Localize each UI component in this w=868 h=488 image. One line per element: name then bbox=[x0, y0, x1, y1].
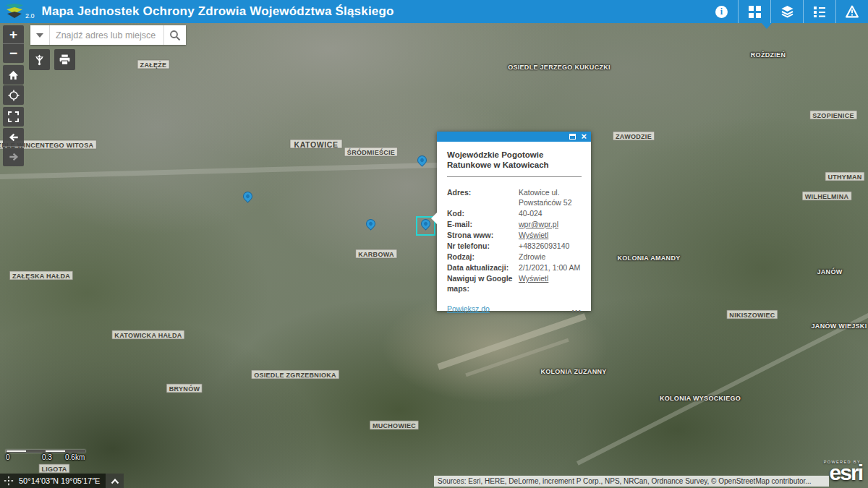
chevron-up-icon bbox=[111, 478, 119, 484]
map-label: JANÓW WIEJSKI bbox=[809, 321, 868, 330]
scalebar: 0 0.3 0.6km bbox=[6, 450, 87, 461]
field-value: 2/1/2021, 1:00 AM bbox=[519, 262, 582, 273]
field-value[interactable]: Wyświetl bbox=[519, 230, 582, 240]
popup-arrow bbox=[431, 213, 437, 224]
home-button[interactable] bbox=[3, 65, 24, 85]
popup-field-row: Rodzaj:Zdrowie bbox=[447, 252, 582, 262]
print-button[interactable] bbox=[54, 49, 75, 70]
map-texture bbox=[576, 291, 868, 465]
legend-button[interactable] bbox=[803, 0, 835, 23]
locate-icon bbox=[8, 90, 20, 101]
scalebar-labels: 0 0.3 0.6km bbox=[6, 453, 87, 461]
field-label: Kod: bbox=[447, 208, 519, 218]
popup-body: Wojewódzkie Pogotowie Ratunkowe w Katowi… bbox=[437, 142, 591, 319]
coordinates-readout: 50°14′03″N 19°05′17″E bbox=[17, 476, 106, 485]
field-value[interactable]: wpr@wpr.pl bbox=[519, 219, 582, 229]
search-button[interactable] bbox=[163, 25, 186, 45]
field-label: Rodzaj: bbox=[447, 252, 519, 262]
popup-field-row: Nr telefonu:+48326093140 bbox=[447, 241, 582, 251]
field-label: Strona www: bbox=[447, 230, 519, 240]
zoom-out-button[interactable]: − bbox=[3, 44, 24, 63]
coordinates-widget: 50°14′03″N 19°05′17″E bbox=[0, 474, 124, 488]
warning-icon bbox=[845, 5, 859, 18]
field-value: Katowice ul. Powstańców 52 bbox=[519, 187, 582, 207]
popup-field-row: Kod:40-024 bbox=[447, 208, 582, 218]
geoportal-logo-icon bbox=[4, 4, 25, 20]
field-value: +48326093140 bbox=[519, 241, 582, 251]
field-value: Zdrowie bbox=[519, 252, 582, 262]
locate-button[interactable] bbox=[3, 85, 24, 105]
chevron-down-icon bbox=[36, 33, 43, 38]
search-widget bbox=[30, 25, 186, 45]
popup-field-row: Adres:Katowice ul. Powstańców 52 bbox=[447, 187, 582, 207]
map-label: KOLONIA ZUZANNY bbox=[537, 367, 609, 376]
popup-title: Wojewódzkie Pogotowie Ratunkowe w Katowi… bbox=[447, 150, 582, 170]
layers-icon bbox=[780, 5, 794, 18]
page-title: Mapa Jednostek Ochrony Zdrowia Województ… bbox=[42, 4, 394, 19]
field-label: Data aktualizacji: bbox=[447, 262, 519, 273]
legend-icon bbox=[813, 5, 826, 18]
map-attribution: Sources: Esri, HERE, DeLorme, increment … bbox=[434, 476, 829, 487]
search-source-dropdown[interactable] bbox=[30, 25, 50, 45]
more-options-button[interactable]: ... bbox=[571, 307, 582, 311]
active-tool-pointer bbox=[762, 23, 772, 29]
map-label: ROŻDZIEŃ bbox=[748, 50, 788, 59]
map-marker[interactable] bbox=[415, 153, 428, 166]
fullscreen-icon bbox=[8, 111, 19, 122]
scalebar-tick: 0.3 bbox=[42, 453, 52, 461]
esri-brand: esri bbox=[824, 464, 862, 481]
directions-icon bbox=[33, 53, 46, 66]
next-extent-button[interactable] bbox=[3, 147, 24, 166]
directions-button[interactable] bbox=[29, 49, 50, 70]
fullscreen-button[interactable] bbox=[3, 107, 24, 127]
zoom-to-link[interactable]: Powiększ do bbox=[447, 304, 490, 313]
map-label: LIGOTA bbox=[38, 464, 69, 474]
field-label: Nawiguj w Google maps: bbox=[447, 273, 519, 294]
feature-popup: × Wojewódzkie Pogotowie Ratunkowe w Kato… bbox=[437, 132, 591, 311]
map-label: MUCHOWIEC bbox=[370, 421, 419, 430]
zoom-control: + − bbox=[3, 25, 24, 63]
popup-field-row: Strona www:Wyświetl bbox=[447, 230, 582, 240]
field-label: Nr telefonu: bbox=[447, 241, 519, 251]
map-label: KOLONIA WYSOCKIEGO bbox=[657, 393, 744, 403]
maximize-icon[interactable] bbox=[569, 134, 576, 140]
map-label: SZOPIENICE bbox=[809, 111, 857, 120]
info-button[interactable]: i bbox=[705, 0, 738, 23]
map-label: NIKISZOWIEC bbox=[726, 310, 778, 320]
map-label: OSIEDLE JERZEGO KUKUCZKI bbox=[505, 62, 613, 72]
field-value[interactable]: Wyświetl bbox=[519, 273, 582, 294]
warning-button[interactable] bbox=[835, 0, 868, 23]
map-canvas[interactable]: KOSZUTKAROŻDZIEŃOSIEDLE JERZEGO KUKUCZKI… bbox=[0, 0, 868, 488]
basemap-gallery-icon bbox=[749, 6, 761, 18]
coordinates-expand-button[interactable] bbox=[106, 474, 124, 488]
application-window: KOSZUTKAROŻDZIEŃOSIEDLE JERZEGO KUKUCZKI… bbox=[0, 0, 868, 488]
field-label: Adres: bbox=[447, 187, 519, 207]
logo-version: 2.0 bbox=[25, 12, 35, 20]
layers-button[interactable] bbox=[770, 0, 803, 23]
map-label: KATOWICE bbox=[290, 140, 343, 149]
map-label: ZAWODZIE bbox=[613, 132, 655, 141]
field-value: 40-024 bbox=[519, 208, 582, 218]
search-icon bbox=[169, 30, 181, 41]
map-label: ŚRÓDMIEŚCIE bbox=[344, 147, 398, 157]
app-logo: 2.0 bbox=[4, 4, 35, 20]
zoom-in-button[interactable]: + bbox=[3, 25, 24, 44]
map-label: KOLONIA AMANDY bbox=[614, 253, 683, 262]
close-icon[interactable]: × bbox=[581, 132, 587, 141]
map-marker[interactable] bbox=[364, 217, 377, 230]
map-texture bbox=[437, 313, 586, 370]
divider bbox=[447, 176, 582, 177]
popup-footer: Powiększ do ... bbox=[447, 304, 582, 313]
esri-logo: POWERED BY esri bbox=[824, 460, 862, 481]
search-input[interactable] bbox=[50, 25, 163, 45]
map-texture bbox=[0, 161, 506, 180]
map-marker[interactable] bbox=[241, 189, 254, 202]
popup-field-row: E-mail:wpr@wpr.pl bbox=[447, 219, 582, 229]
crosshair-icon[interactable] bbox=[0, 476, 17, 486]
field-label: E-mail: bbox=[447, 219, 519, 229]
popup-fields: Adres:Katowice ul. Powstańców 52Kod:40-0… bbox=[447, 187, 582, 294]
previous-extent-button[interactable] bbox=[3, 128, 24, 147]
basemap-gallery-button[interactable] bbox=[738, 0, 770, 23]
forward-arrow-icon bbox=[8, 152, 20, 162]
header-toolbar: i bbox=[705, 0, 868, 23]
